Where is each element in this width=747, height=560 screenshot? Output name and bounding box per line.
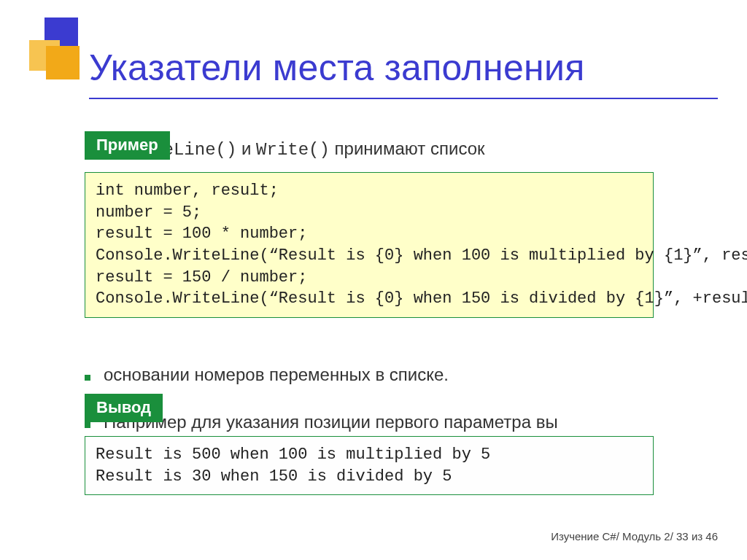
bullet-1-code2: Write()	[256, 140, 330, 160]
title-underline	[89, 98, 718, 99]
example-badge: Пример	[85, 131, 170, 160]
bullet-1-mid: и	[236, 139, 256, 158]
deco-square-orange	[46, 46, 80, 79]
output-badge: Вывод	[85, 394, 163, 422]
bullet-1-post: принимают список	[330, 139, 485, 158]
bullet-1: ы WriteLine() и Write() принимают список	[85, 139, 719, 160]
code-example-box: int number, result; number = 5; result =…	[85, 172, 654, 318]
corner-decoration	[24, 12, 80, 68]
slide-title: Указатели места заполнения	[89, 47, 585, 89]
bullet-2: основании номеров переменных в списке.	[85, 365, 719, 385]
code-output-box: Result is 500 when 100 is multiplied by …	[85, 436, 654, 495]
bullet-3-text: Например для указания позиции первого па…	[104, 412, 558, 432]
bullet-marker	[85, 422, 90, 428]
bullet-2-text: основании номеров переменных в списке.	[104, 365, 449, 385]
bullet-marker	[85, 375, 90, 381]
bullet-3: Например для указания позиции первого па…	[85, 412, 719, 432]
slide-footer: Изучение C#/ Модуль 2/ 33 из 46	[551, 530, 718, 542]
